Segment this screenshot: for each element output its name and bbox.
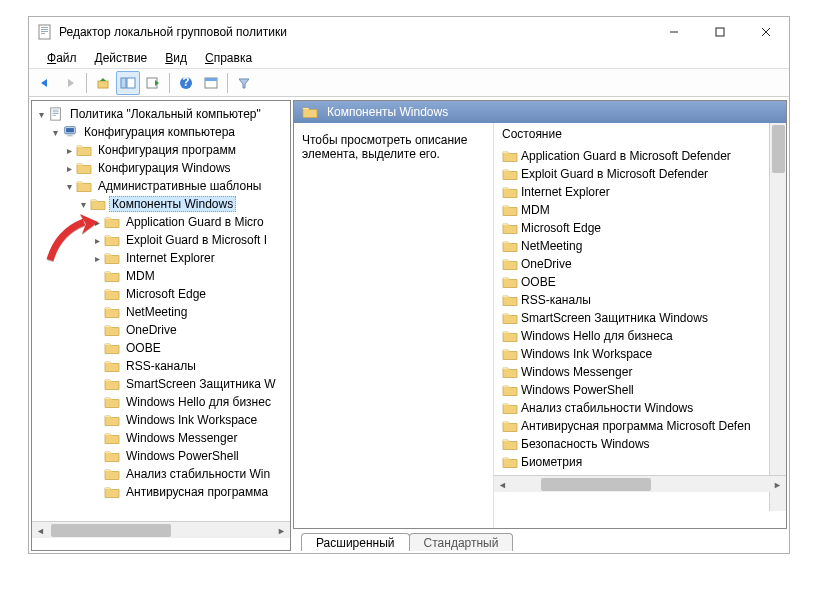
list-horizontal-scrollbar[interactable]: ◄►: [494, 475, 786, 492]
list-column[interactable]: Состояние Application Guard в Microsoft …: [494, 123, 786, 528]
tree-node[interactable]: ▸MDM: [34, 267, 288, 285]
list-item[interactable]: SmartScreen Защитника Windows: [498, 309, 782, 327]
tree-node[interactable]: ▾Политика "Локальный компьютер": [34, 105, 288, 123]
tree-node[interactable]: ▸Exploit Guard в Microsoft I: [34, 231, 288, 249]
tree-label[interactable]: Windows Ink Workspace: [123, 412, 260, 428]
tree-label[interactable]: Антивирусная программа: [123, 484, 271, 500]
tree-label[interactable]: Application Guard в Micro: [123, 214, 267, 230]
menu-view[interactable]: Вид: [157, 49, 195, 67]
list-item-label: Анализ стабильности Windows: [521, 401, 693, 415]
tree-node[interactable]: ▸RSS-каналы: [34, 357, 288, 375]
tree-node[interactable]: ▾Компоненты Windows: [34, 195, 288, 213]
tree-node[interactable]: ▸Конфигурация Windows: [34, 159, 288, 177]
list-item[interactable]: Анализ стабильности Windows: [498, 399, 782, 417]
tree-node[interactable]: ▸OneDrive: [34, 321, 288, 339]
tree-label[interactable]: Exploit Guard в Microsoft I: [123, 232, 270, 248]
tree-node[interactable]: ▸OOBE: [34, 339, 288, 357]
list-item-label: Windows Ink Workspace: [521, 347, 652, 361]
tree-label[interactable]: OneDrive: [123, 322, 180, 338]
list-item[interactable]: Windows Hello для бизнеса: [498, 327, 782, 345]
minimize-button[interactable]: [651, 17, 697, 47]
list-item[interactable]: Windows Ink Workspace: [498, 345, 782, 363]
svg-rect-9: [716, 28, 724, 36]
list-item[interactable]: Биометрия: [498, 453, 782, 471]
tree-label[interactable]: SmartScreen Защитника W: [123, 376, 279, 392]
properties-button[interactable]: [199, 71, 223, 95]
tree-label[interactable]: RSS-каналы: [123, 358, 199, 374]
tree-node[interactable]: ▸Windows Ink Workspace: [34, 411, 288, 429]
tree-node[interactable]: ▾Административные шаблоны: [34, 177, 288, 195]
tree-label[interactable]: Конфигурация программ: [95, 142, 239, 158]
collapse-icon[interactable]: ▾: [62, 181, 76, 192]
collapse-icon[interactable]: ▾: [76, 199, 90, 210]
tree-label[interactable]: Политика "Локальный компьютер": [67, 106, 264, 122]
app-window: Редактор локальной групповой политики Фа…: [28, 16, 790, 554]
list-item[interactable]: Безопасность Windows: [498, 435, 782, 453]
tree-label[interactable]: OOBE: [123, 340, 164, 356]
tree-node[interactable]: ▸Windows Hello для бизнес: [34, 393, 288, 411]
list-item[interactable]: Exploit Guard в Microsoft Defender: [498, 165, 782, 183]
tree-label[interactable]: Internet Explorer: [123, 250, 218, 266]
filter-button[interactable]: [232, 71, 256, 95]
tree-label[interactable]: Конфигурация компьютера: [81, 124, 238, 140]
show-hide-tree-button[interactable]: [116, 71, 140, 95]
tree-node[interactable]: ▸SmartScreen Защитника W: [34, 375, 288, 393]
tree-label[interactable]: Microsoft Edge: [123, 286, 209, 302]
expand-icon[interactable]: ▸: [90, 235, 104, 246]
list-item[interactable]: Application Guard в Microsoft Defender: [498, 147, 782, 165]
menu-help[interactable]: Справка: [197, 49, 260, 67]
tree-node[interactable]: ▸NetMeeting: [34, 303, 288, 321]
list-item[interactable]: OOBE: [498, 273, 782, 291]
maximize-button[interactable]: [697, 17, 743, 47]
tree-label[interactable]: Административные шаблоны: [95, 178, 264, 194]
tree-label[interactable]: Windows Hello для бизнес: [123, 394, 274, 410]
tree-node[interactable]: ▸Конфигурация программ: [34, 141, 288, 159]
forward-button[interactable]: [58, 71, 82, 95]
list-item[interactable]: MDM: [498, 201, 782, 219]
menu-action[interactable]: Действие: [87, 49, 156, 67]
expand-icon[interactable]: ▸: [62, 163, 76, 174]
list-item[interactable]: RSS-каналы: [498, 291, 782, 309]
close-button[interactable]: [743, 17, 789, 47]
expand-icon[interactable]: ▸: [62, 145, 76, 156]
tree-label[interactable]: Анализ стабильности Win: [123, 466, 273, 482]
list-item[interactable]: Microsoft Edge: [498, 219, 782, 237]
help-button[interactable]: ?: [174, 71, 198, 95]
column-header-state[interactable]: Состояние: [494, 123, 786, 147]
list-vertical-scrollbar[interactable]: [769, 123, 786, 511]
list-item[interactable]: Internet Explorer: [498, 183, 782, 201]
tree-node[interactable]: ▸Windows PowerShell: [34, 447, 288, 465]
tab-extended[interactable]: Расширенный: [301, 533, 410, 551]
tree-node[interactable]: ▸Application Guard в Micro: [34, 213, 288, 231]
tree-horizontal-scrollbar[interactable]: ◄►: [32, 521, 290, 538]
list-item[interactable]: Windows PowerShell: [498, 381, 782, 399]
expand-icon[interactable]: ▸: [90, 217, 104, 228]
list-item[interactable]: Windows Messenger: [498, 363, 782, 381]
tree-label[interactable]: Windows Messenger: [123, 430, 240, 446]
tab-standard[interactable]: Стандартный: [409, 533, 514, 551]
tree-label[interactable]: NetMeeting: [123, 304, 190, 320]
tree-pane[interactable]: ▾Политика "Локальный компьютер"▾Конфигур…: [31, 100, 291, 551]
menu-file[interactable]: Файл: [39, 49, 85, 67]
list-item[interactable]: NetMeeting: [498, 237, 782, 255]
tree-label[interactable]: Конфигурация Windows: [95, 160, 234, 176]
tree-node[interactable]: ▸Microsoft Edge: [34, 285, 288, 303]
folder-icon: [104, 251, 120, 265]
up-button[interactable]: [91, 71, 115, 95]
tree-label[interactable]: Windows PowerShell: [123, 448, 242, 464]
list-item[interactable]: OneDrive: [498, 255, 782, 273]
tree-label[interactable]: MDM: [123, 268, 158, 284]
list-item[interactable]: Антивирусная программа Microsoft Defen: [498, 417, 782, 435]
export-button[interactable]: [141, 71, 165, 95]
tree-node[interactable]: ▸Windows Messenger: [34, 429, 288, 447]
details-title: Компоненты Windows: [327, 105, 448, 119]
tree-node[interactable]: ▸Антивирусная программа: [34, 483, 288, 501]
collapse-icon[interactable]: ▾: [34, 109, 48, 120]
tree-label[interactable]: Компоненты Windows: [109, 196, 236, 212]
collapse-icon[interactable]: ▾: [48, 127, 62, 138]
tree-node[interactable]: ▸Internet Explorer: [34, 249, 288, 267]
tree-node[interactable]: ▸Анализ стабильности Win: [34, 465, 288, 483]
back-button[interactable]: [33, 71, 57, 95]
tree-node[interactable]: ▾Конфигурация компьютера: [34, 123, 288, 141]
expand-icon[interactable]: ▸: [90, 253, 104, 264]
